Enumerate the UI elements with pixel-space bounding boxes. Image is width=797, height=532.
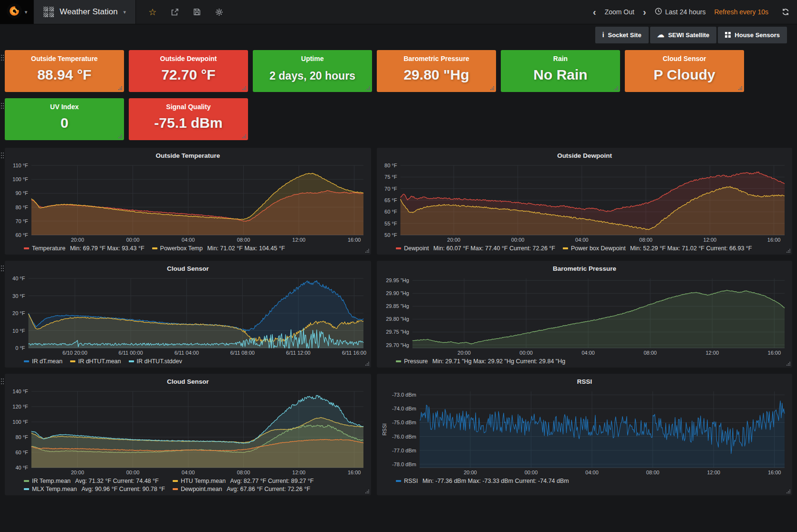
chart-barometric-pressure[interactable]: 29.95 "Hg29.90 "Hg29.85 "Hg29.80 "Hg29.7… bbox=[381, 275, 788, 357]
dashboard-link-socket-site[interactable]: iSocket Site bbox=[595, 27, 649, 43]
legend-series-name[interactable]: IR Temp.mean bbox=[32, 478, 71, 484]
panel-title[interactable]: Barometric Pressure bbox=[381, 263, 788, 275]
stat-panel-rain[interactable]: RainNo Rain bbox=[501, 50, 620, 92]
time-shift-back-icon[interactable]: ‹ bbox=[591, 7, 598, 18]
legend-item: IR dHTUT.stddev bbox=[129, 358, 182, 365]
dashboard-picker[interactable]: Weather Station ▾ bbox=[33, 0, 136, 24]
star-icon[interactable]: ☆ bbox=[148, 8, 156, 17]
legend-series-name[interactable]: Temperature bbox=[32, 245, 65, 252]
save-icon[interactable] bbox=[193, 8, 201, 16]
panel-resize-handle[interactable] bbox=[786, 489, 790, 493]
panel-title[interactable]: Outside Temperature bbox=[9, 150, 367, 162]
svg-text:12:00: 12:00 bbox=[705, 350, 719, 356]
svg-text:04:00: 04:00 bbox=[182, 470, 195, 475]
chart-cloud-sensor[interactable]: 40 °F30 °F20 °F10 °F0 °F6/10 20:006/11 0… bbox=[9, 275, 367, 357]
panel-cloud-sensor-graph-1: Cloud Sensor40 °F30 °F20 °F10 °F0 °F6/10… bbox=[5, 261, 371, 368]
legend-series-name[interactable]: IR dHTUT.mean bbox=[78, 358, 121, 365]
row-drag-handle[interactable] bbox=[1, 379, 4, 386]
chart-canvas[interactable]: 110 °F100 °F90 °F80 °F70 °F60 °F20:0000:… bbox=[9, 162, 367, 244]
row-drag-handle[interactable] bbox=[1, 103, 4, 111]
chart-canvas[interactable]: -73.0 dBm-74.0 dBm-75.0 dBm-76.0 dBm-77.… bbox=[381, 388, 788, 476]
svg-text:6/11 12:00: 6/11 12:00 bbox=[286, 350, 311, 356]
panel-resize-handle[interactable] bbox=[786, 361, 790, 366]
legend: IR Temp.mean Avg: 71.32 °F Current: 74.4… bbox=[9, 476, 367, 492]
svg-text:20:00: 20:00 bbox=[71, 470, 84, 475]
dashboard-actions: ☆ bbox=[136, 0, 236, 24]
panel-resize-handle[interactable] bbox=[242, 134, 246, 138]
grafana-logo-menu[interactable]: ▾ bbox=[0, 0, 33, 24]
svg-text:6/11 16:00: 6/11 16:00 bbox=[342, 350, 366, 356]
chart-rssi[interactable]: -73.0 dBm-74.0 dBm-75.0 dBm-76.0 dBm-77.… bbox=[381, 388, 788, 476]
stat-panel-barometric-pressure[interactable]: Barometric Pressure29.80 "Hg bbox=[377, 50, 496, 92]
panel-resize-handle[interactable] bbox=[118, 134, 122, 138]
chart-outside-dewpoint[interactable]: 80 °F75 °F70 °F65 °F60 °F55 °F50 °F20:00… bbox=[381, 162, 788, 244]
panel-resize-handle[interactable] bbox=[786, 248, 790, 253]
svg-text:-76.0 dBm: -76.0 dBm bbox=[392, 434, 416, 440]
refresh-icon[interactable] bbox=[782, 8, 789, 16]
chart-canvas[interactable]: 80 °F75 °F70 °F65 °F60 °F55 °F50 °F20:00… bbox=[381, 162, 788, 244]
stat-panel-cloud-sensor[interactable]: Cloud SensorP Cloudy bbox=[625, 50, 744, 92]
stat-panel-outside-dewpoint[interactable]: Outside Dewpoint72.70 °F bbox=[129, 50, 248, 92]
legend-series-name[interactable]: Powerbox Temp bbox=[160, 245, 203, 252]
gear-icon[interactable] bbox=[215, 8, 223, 16]
refresh-interval-picker[interactable]: Refresh every 10s bbox=[714, 8, 768, 16]
panel-resize-handle[interactable] bbox=[118, 86, 122, 90]
row-drag-handle[interactable] bbox=[1, 153, 4, 160]
chart-canvas[interactable]: 29.95 "Hg29.90 "Hg29.85 "Hg29.80 "Hg29.7… bbox=[381, 275, 788, 357]
chart-outside-temperature[interactable]: 110 °F100 °F90 °F80 °F70 °F60 °F20:0000:… bbox=[9, 162, 367, 244]
grafana-logo-icon bbox=[6, 3, 22, 21]
stat-title: Barometric Pressure bbox=[377, 50, 496, 62]
chart-canvas[interactable]: 40 °F30 °F20 °F10 °F0 °F6/10 20:006/11 0… bbox=[9, 275, 367, 357]
panel-resize-handle[interactable] bbox=[738, 86, 742, 90]
legend-swatch-icon bbox=[24, 480, 29, 482]
stat-panel-outside-temperature[interactable]: Outside Temperature88.94 °F bbox=[5, 50, 124, 92]
svg-text:08:00: 08:00 bbox=[639, 237, 652, 243]
legend-series-name[interactable]: Dewpoint.mean bbox=[181, 486, 222, 492]
legend-series-stats: Avg: 82.77 °F Current: 89.27 °F bbox=[228, 478, 314, 484]
legend-series-name[interactable]: Dewpoint bbox=[404, 245, 429, 252]
panel-resize-handle[interactable] bbox=[242, 86, 246, 90]
stat-panel-signal-quality[interactable]: Signal Quality-75.1 dBm bbox=[129, 98, 248, 140]
graph-panels: Outside Temperature110 °F100 °F90 °F80 °… bbox=[0, 146, 797, 495]
panel-resize-handle[interactable] bbox=[366, 86, 370, 90]
svg-text:12:00: 12:00 bbox=[292, 237, 306, 243]
legend-item: Powerbox Temp Min: 71.02 °F Max: 104.45 … bbox=[152, 245, 285, 252]
panel-title[interactable]: RSSI bbox=[381, 376, 788, 388]
panel-resize-handle[interactable] bbox=[614, 86, 618, 90]
stat-panel-uv-index[interactable]: UV Index0 bbox=[5, 98, 124, 140]
legend-series-name[interactable]: IR dT.mean bbox=[32, 358, 62, 365]
panel-title[interactable]: Outside Dewpoint bbox=[381, 150, 788, 162]
dashboard-link-sewi-satellite[interactable]: ☁SEWI Satellite bbox=[650, 27, 717, 43]
svg-text:40 °F: 40 °F bbox=[12, 276, 25, 281]
row-drag-handle[interactable] bbox=[1, 266, 4, 273]
legend-series-name[interactable]: IR dHTUT.stddev bbox=[137, 358, 182, 365]
legend-item: HTU Temp.mean Avg: 82.77 °F Current: 89.… bbox=[173, 478, 314, 484]
panel-title[interactable]: Cloud Sensor bbox=[9, 263, 367, 275]
legend-series-name[interactable]: RSSI bbox=[404, 478, 418, 484]
legend-series-name[interactable]: HTU Temp.mean bbox=[181, 478, 226, 484]
share-icon[interactable] bbox=[171, 8, 179, 16]
panel-resize-handle[interactable] bbox=[365, 248, 369, 253]
panel-resize-handle[interactable] bbox=[365, 361, 369, 366]
legend-series-name[interactable]: Pressure bbox=[404, 358, 428, 365]
stat-panel-uptime[interactable]: Uptime2 days, 20 hours bbox=[253, 50, 372, 92]
dashboard-link-house-sensors[interactable]: House Sensors bbox=[718, 27, 787, 43]
svg-text:00:00: 00:00 bbox=[525, 470, 538, 475]
chart-cloud-sensor[interactable]: 140 °F120 °F100 °F80 °F60 °F40 °F20:0000… bbox=[9, 388, 367, 476]
chart-canvas[interactable]: 140 °F120 °F100 °F80 °F60 °F40 °F20:0000… bbox=[9, 388, 367, 476]
row-drag-handle[interactable] bbox=[1, 55, 4, 62]
panel-title[interactable]: Cloud Sensor bbox=[9, 376, 367, 388]
info-icon: i bbox=[602, 31, 604, 39]
legend-series-name[interactable]: Power box Dewpoint bbox=[571, 245, 626, 252]
stat-title: Cloud Sensor bbox=[625, 50, 744, 62]
time-range-picker[interactable]: Last 24 hours bbox=[655, 8, 706, 16]
legend-swatch-icon bbox=[24, 488, 29, 490]
legend-item: Temperature Min: 69.79 °F Max: 93.43 °F bbox=[24, 245, 145, 252]
time-shift-forward-icon[interactable]: › bbox=[641, 7, 648, 18]
panel-resize-handle[interactable] bbox=[490, 86, 494, 90]
time-range-label: Last 24 hours bbox=[665, 8, 706, 16]
legend-series-name[interactable]: MLX Temp.mean bbox=[32, 486, 77, 492]
dashboard-link-label: Socket Site bbox=[608, 31, 642, 39]
zoom-out-button[interactable]: Zoom Out bbox=[605, 8, 634, 16]
panel-resize-handle[interactable] bbox=[365, 489, 369, 493]
